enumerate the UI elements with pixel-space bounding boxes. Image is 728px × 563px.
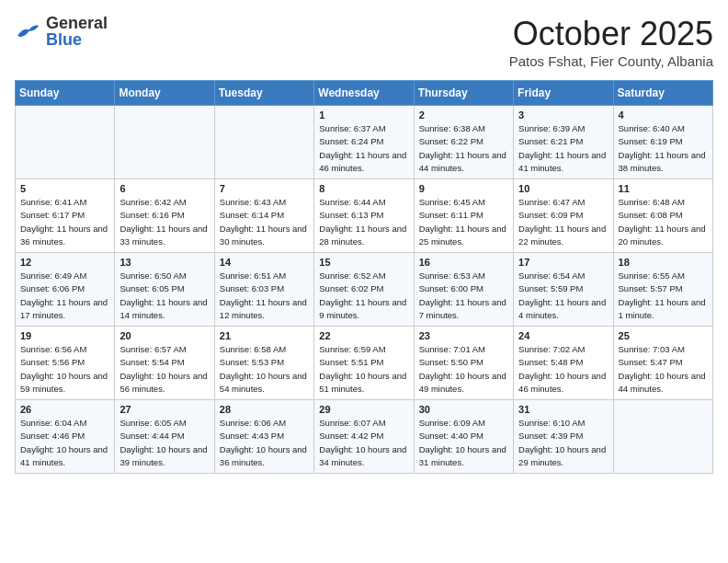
day-info: Sunrise: 6:49 AM Sunset: 6:06 PM Dayligh… (20, 270, 109, 322)
day-info: Sunrise: 6:53 AM Sunset: 6:00 PM Dayligh… (419, 270, 508, 322)
day-number: 29 (319, 404, 408, 415)
day-info: Sunrise: 6:44 AM Sunset: 6:13 PM Dayligh… (319, 196, 408, 248)
day-number: 6 (119, 183, 209, 194)
page-header: General Blue October 2025 Patos Fshat, F… (15, 15, 713, 69)
day-info: Sunrise: 6:45 AM Sunset: 6:11 PM Dayligh… (419, 196, 508, 248)
title-block: October 2025 Patos Fshat, Fier County, A… (509, 15, 713, 69)
calendar-cell: 11Sunrise: 6:48 AM Sunset: 6:08 PM Dayli… (613, 179, 712, 253)
calendar-cell: 27Sunrise: 6:05 AM Sunset: 4:44 PM Dayli… (115, 400, 214, 474)
logo-blue: Blue (46, 31, 108, 48)
day-info: Sunrise: 6:05 AM Sunset: 4:44 PM Dayligh… (119, 417, 209, 469)
day-number: 9 (419, 183, 508, 194)
calendar-cell: 4Sunrise: 6:40 AM Sunset: 6:19 PM Daylig… (613, 106, 712, 179)
day-number: 25 (619, 330, 708, 341)
day-info: Sunrise: 6:55 AM Sunset: 5:57 PM Dayligh… (619, 270, 708, 322)
calendar-cell: 17Sunrise: 6:54 AM Sunset: 5:59 PM Dayli… (514, 253, 613, 327)
day-info: Sunrise: 6:42 AM Sunset: 6:16 PM Dayligh… (119, 196, 209, 248)
week-row-3: 12Sunrise: 6:49 AM Sunset: 6:06 PM Dayli… (16, 253, 713, 327)
calendar-table: SundayMondayTuesdayWednesdayThursdayFrid… (15, 80, 713, 474)
day-number: 2 (419, 109, 508, 121)
day-info: Sunrise: 6:59 AM Sunset: 5:51 PM Dayligh… (319, 343, 408, 396)
calendar-cell: 26Sunrise: 6:04 AM Sunset: 4:46 PM Dayli… (16, 400, 115, 474)
calendar-cell: 25Sunrise: 7:03 AM Sunset: 5:47 PM Dayli… (613, 327, 712, 400)
day-info: Sunrise: 6:06 AM Sunset: 4:43 PM Dayligh… (220, 417, 309, 469)
day-info: Sunrise: 6:47 AM Sunset: 6:09 PM Dayligh… (518, 196, 608, 248)
logo: General Blue (15, 15, 108, 48)
calendar-cell (613, 400, 712, 474)
day-info: Sunrise: 6:09 AM Sunset: 4:40 PM Dayligh… (419, 417, 508, 469)
day-number: 11 (619, 183, 708, 194)
week-row-5: 26Sunrise: 6:04 AM Sunset: 4:46 PM Dayli… (16, 400, 713, 474)
day-number: 26 (20, 404, 109, 415)
calendar-cell: 28Sunrise: 6:06 AM Sunset: 4:43 PM Dayli… (214, 400, 313, 474)
calendar-cell: 23Sunrise: 7:01 AM Sunset: 5:50 PM Dayli… (414, 327, 513, 400)
day-info: Sunrise: 6:58 AM Sunset: 5:53 PM Dayligh… (220, 343, 309, 396)
day-number: 14 (220, 257, 309, 268)
calendar-cell: 1Sunrise: 6:37 AM Sunset: 6:24 PM Daylig… (314, 106, 414, 179)
weekday-header-saturday: Saturday (613, 81, 712, 106)
calendar-cell: 9Sunrise: 6:45 AM Sunset: 6:11 PM Daylig… (414, 179, 513, 253)
day-number: 4 (619, 109, 708, 121)
day-info: Sunrise: 6:10 AM Sunset: 4:39 PM Dayligh… (518, 417, 608, 469)
month-title: October 2025 (509, 15, 713, 53)
day-info: Sunrise: 6:39 AM Sunset: 6:21 PM Dayligh… (518, 122, 608, 175)
day-number: 24 (518, 330, 608, 341)
calendar-cell: 2Sunrise: 6:38 AM Sunset: 6:22 PM Daylig… (414, 106, 513, 179)
calendar-cell: 16Sunrise: 6:53 AM Sunset: 6:00 PM Dayli… (414, 253, 513, 327)
calendar-cell (214, 106, 313, 179)
day-info: Sunrise: 6:37 AM Sunset: 6:24 PM Dayligh… (319, 122, 408, 175)
day-number: 17 (518, 257, 608, 268)
weekday-header-monday: Monday (115, 81, 214, 106)
day-info: Sunrise: 6:38 AM Sunset: 6:22 PM Dayligh… (419, 122, 508, 175)
day-number: 18 (619, 257, 708, 268)
logo-icon (15, 21, 40, 41)
day-info: Sunrise: 6:40 AM Sunset: 6:19 PM Dayligh… (619, 122, 708, 175)
day-info: Sunrise: 6:07 AM Sunset: 4:42 PM Dayligh… (319, 417, 408, 469)
day-number: 13 (119, 257, 209, 268)
calendar-cell: 12Sunrise: 6:49 AM Sunset: 6:06 PM Dayli… (16, 253, 115, 327)
day-info: Sunrise: 6:43 AM Sunset: 6:14 PM Dayligh… (220, 196, 309, 248)
week-row-1: 1Sunrise: 6:37 AM Sunset: 6:24 PM Daylig… (16, 106, 713, 179)
day-info: Sunrise: 6:52 AM Sunset: 6:02 PM Dayligh… (319, 270, 408, 322)
day-number: 27 (119, 404, 209, 415)
day-info: Sunrise: 6:50 AM Sunset: 6:05 PM Dayligh… (119, 270, 209, 322)
day-info: Sunrise: 7:02 AM Sunset: 5:48 PM Dayligh… (518, 343, 608, 396)
day-number: 7 (220, 183, 309, 194)
calendar-cell: 7Sunrise: 6:43 AM Sunset: 6:14 PM Daylig… (214, 179, 313, 253)
calendar-cell: 24Sunrise: 7:02 AM Sunset: 5:48 PM Dayli… (514, 327, 613, 400)
weekday-header-sunday: Sunday (16, 81, 115, 106)
calendar-cell: 10Sunrise: 6:47 AM Sunset: 6:09 PM Dayli… (514, 179, 613, 253)
day-number: 10 (518, 183, 608, 194)
week-row-2: 5Sunrise: 6:41 AM Sunset: 6:17 PM Daylig… (16, 179, 713, 253)
logo-general: General (46, 15, 108, 31)
calendar-cell (115, 106, 214, 179)
weekday-header-wednesday: Wednesday (314, 81, 414, 106)
day-number: 1 (319, 109, 408, 121)
calendar-cell: 30Sunrise: 6:09 AM Sunset: 4:40 PM Dayli… (414, 400, 513, 474)
weekday-header-tuesday: Tuesday (214, 81, 313, 106)
day-number: 19 (20, 330, 109, 341)
calendar-cell: 29Sunrise: 6:07 AM Sunset: 4:42 PM Dayli… (314, 400, 414, 474)
calendar-cell: 22Sunrise: 6:59 AM Sunset: 5:51 PM Dayli… (314, 327, 414, 400)
day-number: 8 (319, 183, 408, 194)
day-info: Sunrise: 6:41 AM Sunset: 6:17 PM Dayligh… (20, 196, 109, 248)
location-subtitle: Patos Fshat, Fier County, Albania (509, 53, 713, 69)
calendar-cell (16, 106, 115, 179)
calendar-cell: 8Sunrise: 6:44 AM Sunset: 6:13 PM Daylig… (314, 179, 414, 253)
day-info: Sunrise: 6:54 AM Sunset: 5:59 PM Dayligh… (518, 270, 608, 322)
day-number: 23 (419, 330, 508, 341)
day-number: 22 (319, 330, 408, 341)
day-number: 16 (419, 257, 508, 268)
day-info: Sunrise: 6:04 AM Sunset: 4:46 PM Dayligh… (20, 417, 109, 469)
day-number: 12 (20, 257, 109, 268)
calendar-cell: 13Sunrise: 6:50 AM Sunset: 6:05 PM Dayli… (115, 253, 214, 327)
day-info: Sunrise: 6:56 AM Sunset: 5:56 PM Dayligh… (20, 343, 109, 396)
calendar-cell: 31Sunrise: 6:10 AM Sunset: 4:39 PM Dayli… (514, 400, 613, 474)
logo-text: General Blue (46, 15, 108, 48)
calendar-cell: 15Sunrise: 6:52 AM Sunset: 6:02 PM Dayli… (314, 253, 414, 327)
day-info: Sunrise: 6:48 AM Sunset: 6:08 PM Dayligh… (619, 196, 708, 248)
day-number: 15 (319, 257, 408, 268)
calendar-cell: 18Sunrise: 6:55 AM Sunset: 5:57 PM Dayli… (613, 253, 712, 327)
calendar-cell: 3Sunrise: 6:39 AM Sunset: 6:21 PM Daylig… (514, 106, 613, 179)
calendar-cell: 20Sunrise: 6:57 AM Sunset: 5:54 PM Dayli… (115, 327, 214, 400)
